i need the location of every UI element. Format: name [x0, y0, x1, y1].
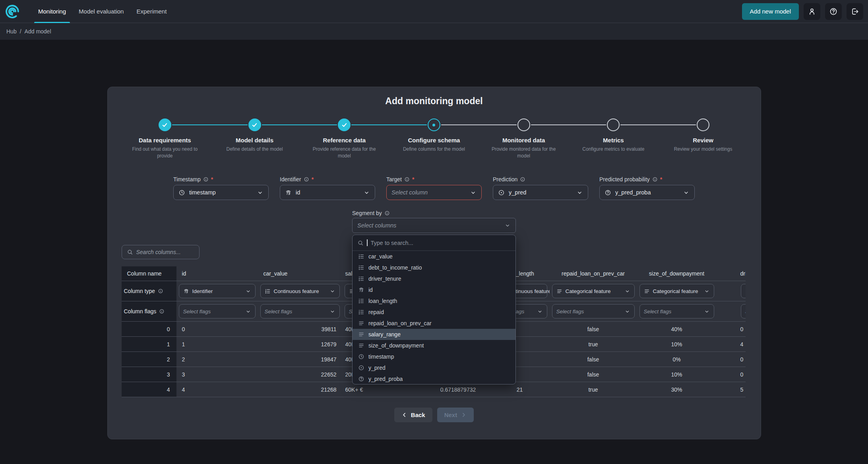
add-new-model-button[interactable]: Add new model	[742, 3, 799, 20]
info-icon[interactable]	[520, 177, 525, 182]
add-model-card: Add monitoring model Data requirementsFi…	[107, 87, 761, 439]
column-flags-select-driver_tenure[interactable]: Select flags	[741, 304, 746, 318]
table-cell: 19847	[258, 352, 342, 367]
info-icon[interactable]	[159, 309, 165, 314]
option-label: salary_range	[368, 331, 401, 338]
field-prediction: Predictiony_pred	[493, 176, 588, 200]
field-value: id	[296, 189, 300, 196]
segment-option-driver_tenure[interactable]: driver_tenure	[353, 273, 515, 284]
step-name: Metrics	[603, 137, 624, 144]
segment-option-y_pred[interactable]: y_pred	[353, 362, 515, 373]
next-button[interactable]: Next	[437, 408, 474, 422]
column-type-select-repaid_loan_on_prev_car[interactable]: Categorical feature	[552, 284, 635, 298]
option-label: y_pred_proba	[368, 376, 403, 382]
step-indicator-completed[interactable]	[338, 118, 351, 131]
segment-option-salary_range[interactable]: salary_range	[353, 329, 515, 340]
breadcrumb-current: Add model	[25, 28, 51, 35]
step-name: Model details	[236, 137, 273, 144]
step-description: Define columns for the model	[400, 146, 468, 153]
option-label: y_pred	[368, 365, 386, 371]
info-icon[interactable]	[404, 177, 410, 182]
field-select-predicted-probability[interactable]: y_pred_proba	[599, 185, 695, 200]
step-connector	[351, 124, 427, 125]
table-cell: 12679	[258, 337, 342, 351]
ordered-list-icon	[358, 298, 364, 304]
segment-option-loan_length[interactable]: loan_length	[353, 295, 515, 307]
segment-option-y_pred_proba[interactable]: y_pred_proba	[353, 373, 515, 384]
search-columns-input[interactable]	[136, 249, 194, 255]
search-icon	[127, 249, 133, 255]
field-label-text: Prediction	[493, 176, 517, 182]
step-connector	[172, 124, 248, 125]
info-icon[interactable]	[158, 288, 163, 294]
search-columns-box	[122, 245, 200, 259]
segment-option-size_of_downpayment[interactable]: size_of_downpayment	[353, 340, 515, 351]
required-asterisk: *	[660, 176, 662, 182]
flags-cell: Select flags	[550, 301, 637, 321]
tab-experiment[interactable]: Experiment	[130, 0, 173, 23]
column-flags-select-car_value[interactable]: Select flags	[260, 304, 340, 318]
segment-option-id[interactable]: id	[353, 284, 515, 295]
info-icon[interactable]	[384, 210, 390, 216]
field-value: y_pred	[509, 189, 526, 196]
table-cell: 2	[176, 352, 258, 367]
step-indicator-pending[interactable]	[697, 118, 709, 131]
field-select-target[interactable]: Select column	[386, 185, 482, 200]
step-indicator-completed[interactable]	[248, 118, 261, 131]
help-icon	[829, 7, 838, 16]
column-type-select-id[interactable]: Identifier	[179, 284, 256, 298]
step-indicator-completed[interactable]	[159, 118, 171, 131]
column-flags-select-id[interactable]: Select flags	[179, 304, 256, 318]
step-description: Provide monitored data for the model	[490, 146, 558, 159]
segment-option-repaid[interactable]: repaid	[353, 307, 515, 318]
segment-option-debt_to_income_ratio[interactable]: debt_to_income_ratio	[353, 262, 515, 273]
dropdown-search-input[interactable]	[371, 240, 511, 246]
option-label: debt_to_income_ratio	[368, 264, 422, 271]
column-flags-select-repaid_loan_on_prev_car[interactable]: Select flags	[552, 304, 635, 318]
wizard-footer: Back Next	[108, 408, 761, 422]
chevron-down-icon	[257, 189, 264, 196]
logout-button[interactable]	[847, 3, 863, 20]
segment-option-timestamp[interactable]: timestamp	[353, 351, 515, 362]
tab-model-evaluation[interactable]: Model evaluation	[72, 0, 130, 23]
info-icon[interactable]	[304, 177, 309, 182]
segment-option-repaid_loan_on_prev_car[interactable]: repaid_loan_on_prev_car	[353, 318, 515, 329]
back-label: Back	[411, 412, 425, 418]
column-type-select-car_value[interactable]: Continuous feature	[260, 284, 340, 298]
column-flags-select-size_of_downpayment[interactable]: Select flags	[639, 304, 714, 318]
ordered-list-icon	[745, 288, 746, 294]
app-logo[interactable]	[4, 3, 21, 20]
info-icon[interactable]	[652, 177, 658, 182]
step-name: Reference data	[323, 137, 366, 144]
step-indicator-current[interactable]	[428, 118, 440, 131]
step-description: Provide reference data for the model	[310, 146, 378, 159]
table-cell: 30%	[637, 382, 717, 397]
segment-by-label: Segment by	[352, 210, 516, 216]
column-type-select-driver_tenure[interactable]: Continuous feature	[741, 284, 746, 298]
ordered-list-icon	[265, 288, 271, 294]
tab-monitoring[interactable]: Monitoring	[32, 0, 72, 23]
field-select-prediction[interactable]: y_pred	[493, 185, 588, 200]
option-label: repaid_loan_on_prev_car	[368, 320, 432, 326]
field-select-timestamp[interactable]: timestamp	[173, 185, 269, 200]
step-description: Find out what data you need to provide	[131, 146, 199, 159]
segment-by-dropdown: car_valuedebt_to_income_ratiodriver_tenu…	[352, 235, 516, 384]
user-button[interactable]	[804, 3, 820, 20]
field-value: timestamp	[189, 189, 216, 196]
table-cell: 3	[176, 367, 258, 382]
step-indicator-pending[interactable]	[517, 118, 530, 131]
field-select-identifier[interactable]: id	[280, 185, 375, 200]
help-button[interactable]	[825, 3, 842, 20]
segment-option-car_value[interactable]: car_value	[353, 251, 515, 262]
info-icon[interactable]	[203, 177, 209, 182]
segment-by-select[interactable]: Select columns	[352, 218, 516, 233]
top-nav: MonitoringModel evaluationExperiment Add…	[0, 0, 868, 23]
back-button[interactable]: Back	[394, 408, 432, 422]
breadcrumb-hub[interactable]: Hub	[6, 28, 17, 35]
column-type-select-size_of_downpayment[interactable]: Categorical feature	[639, 284, 714, 298]
segment-by-placeholder: Select columns	[357, 222, 396, 229]
chevron-down-icon	[329, 309, 335, 315]
field-label: Prediction	[493, 176, 588, 182]
step-indicator-pending[interactable]	[607, 118, 620, 131]
option-label: car_value	[368, 253, 393, 260]
